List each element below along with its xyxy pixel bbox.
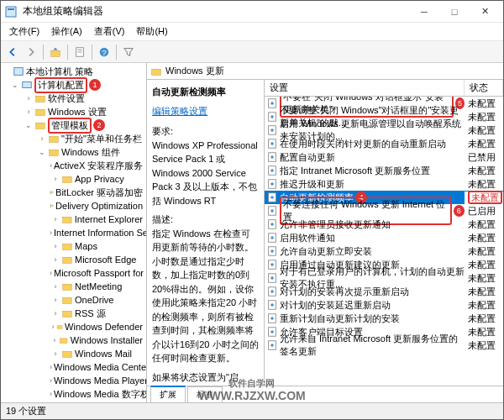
tree-computer-config[interactable]: ⌄计算机配置1 [1,78,146,92]
svg-rect-19 [63,217,71,223]
svg-rect-14 [50,150,59,155]
menu-help[interactable]: 帮助(H) [131,24,172,39]
content-header: Windows 更新 [147,63,503,80]
svg-point-73 [270,303,274,307]
separator [67,45,68,60]
tree-item[interactable]: ›Windows Mail [1,347,146,360]
list-item[interactable]: 对于有已登录用户的计算机，计划的自动更新安装不执行重...未配置 [265,271,503,285]
svg-rect-21 [63,244,72,249]
filter-button[interactable] [120,44,137,60]
list-item[interactable]: 对计划的安装再次提示重新启动未配置 [265,285,503,298]
svg-rect-0 [6,7,16,17]
list-item[interactable]: 在使用时段关闭针对更新的自动重新启动未配置 [265,137,503,150]
setting-title: 自动更新检测频率 [152,85,259,99]
settings-list: 设置 状态 不要在"关闭 Windows"对话框显示"安装更新并关机"5未配置不… [265,80,503,386]
tree-item[interactable]: ›BitLocker 驱动器加密 [1,186,146,199]
maximize-button[interactable]: □ [439,1,470,23]
forward-button[interactable] [23,44,39,60]
svg-rect-28 [60,339,68,344]
tab-standard[interactable]: 标准 [187,386,223,402]
tree-item[interactable]: ›ActiveX 安装程序服务 [1,159,146,172]
list-item[interactable]: 允许非管理员接收更新通知未配置 [265,218,503,231]
list-item[interactable]: 重新计划自动更新计划的安装未配置 [265,312,503,325]
tree-item[interactable]: ›Microsoft Edge [1,253,146,266]
window-title: 本地组策略编辑器 [23,4,409,18]
list-item[interactable]: 配置自动更新已禁用 [265,150,503,164]
svg-point-51 [270,155,274,159]
list-item[interactable]: 推迟升级和更新未配置 [265,177,503,191]
svg-point-47 [270,129,274,132]
back-button[interactable] [4,44,21,60]
tree-item[interactable]: ›RSS 源 [1,307,146,320]
tree-item[interactable]: ›Delivery Optimization [1,199,146,213]
svg-rect-9 [23,82,32,88]
svg-point-55 [270,182,274,186]
tree-item[interactable]: ›Windows Media Player [1,374,146,387]
tree-item[interactable]: ›Internet Information Services [1,226,146,239]
tree-item[interactable]: ›App Privacy [1,172,146,186]
tree-item[interactable]: ›Windows Installer [1,333,146,347]
svg-rect-12 [36,123,45,129]
svg-rect-1 [8,8,14,10]
tree-item[interactable]: ›Windows Defender [1,320,146,333]
menu-action[interactable]: 操作(A) [46,24,87,39]
tree-root[interactable]: 本地计算机 策略 [1,65,146,78]
tree-windows-components[interactable]: ⌄Windows 组件 [1,145,146,159]
svg-point-53 [270,169,274,172]
list-item[interactable]: 指定 Intranet Microsoft 更新服务位置未配置 [265,164,503,177]
tree-item[interactable]: ›Microsoft Passport for Work [1,266,146,280]
svg-point-71 [270,290,274,293]
list-item[interactable]: 启用 Windows 更新电源管理以自动唤醒系统来安装计划的...未配置 [265,123,503,137]
tree-item[interactable]: ›"开始"菜单和任务栏 [1,132,146,145]
separator [116,45,117,60]
tree-item[interactable]: ›NetMeeting [1,280,146,293]
list-item[interactable]: 允许自动更新立即安装未配置 [265,244,503,258]
list-item[interactable]: 启用软件通知未配置 [265,231,503,244]
svg-point-79 [270,344,274,347]
col-state[interactable]: 状态 [465,80,503,96]
col-setting[interactable]: 设置 [265,80,465,96]
edit-policy-link[interactable]: 编辑策略设置 [152,104,259,118]
svg-rect-26 [63,311,72,317]
menu-file[interactable]: 文件(F) [4,24,45,39]
tree-item[interactable]: ›Windows Media Center [1,360,146,374]
up-button[interactable] [47,44,64,60]
toolbar: ? [1,41,503,63]
help-button[interactable]: ? [96,44,113,60]
svg-rect-18 [52,206,54,207]
svg-rect-11 [36,109,45,115]
svg-text:?: ? [102,47,106,56]
menu-view[interactable]: 查看(V) [89,24,130,39]
list-item[interactable]: 不要连接任何 Windows 更新 Internet 位置6已启用 [265,204,503,218]
svg-point-63 [270,236,274,239]
list-item[interactable]: 对计划的安装延迟重新启动未配置 [265,298,503,312]
svg-point-49 [270,142,274,145]
svg-rect-25 [63,297,72,303]
description-panel: 自动更新检测频率 编辑策略设置 要求:Windows XP Profession… [147,80,265,386]
tree-panel[interactable]: 本地计算机 策略 ⌄计算机配置1 ›软件设置 ›Windows 设置 ⌄管理模板… [1,63,147,402]
list-item[interactable]: 允许来自 Intranet Microsoft 更新服务位置的签名更新未配置 [265,339,503,352]
svg-point-75 [270,317,274,320]
tree-item[interactable]: ›Internet Explorer [1,213,146,226]
svg-rect-29 [63,351,72,357]
tree-item[interactable]: ›Maps [1,239,146,253]
tree-item[interactable]: ›软件设置 [1,92,146,105]
properties-button[interactable] [71,44,88,60]
separator [43,45,44,60]
tree-item[interactable]: ›Windows Media 数字权限管理 [1,387,146,401]
svg-point-59 [270,209,274,213]
minimize-button[interactable]: ─ [409,1,439,23]
svg-rect-17 [52,192,54,193]
svg-rect-2 [51,50,60,56]
svg-rect-27 [57,325,62,328]
titlebar: 本地组策略编辑器 ─ □ ✕ [1,1,503,23]
svg-rect-16 [63,176,72,182]
tab-extended[interactable]: 扩展 [150,386,186,402]
close-button[interactable]: ✕ [470,1,500,23]
tree-item[interactable]: ›Windows 设置 [1,105,146,118]
list-body[interactable]: 不要在"关闭 Windows"对话框显示"安装更新并关机"5未配置不要调整"关闭… [265,97,503,386]
statusbar: 19 个设置 [1,402,503,419]
tree-item[interactable]: ›OneDrive [1,293,146,307]
tree-admin-templates[interactable]: ⌄管理模板2 [1,118,146,132]
list-header: 设置 状态 [265,80,503,97]
